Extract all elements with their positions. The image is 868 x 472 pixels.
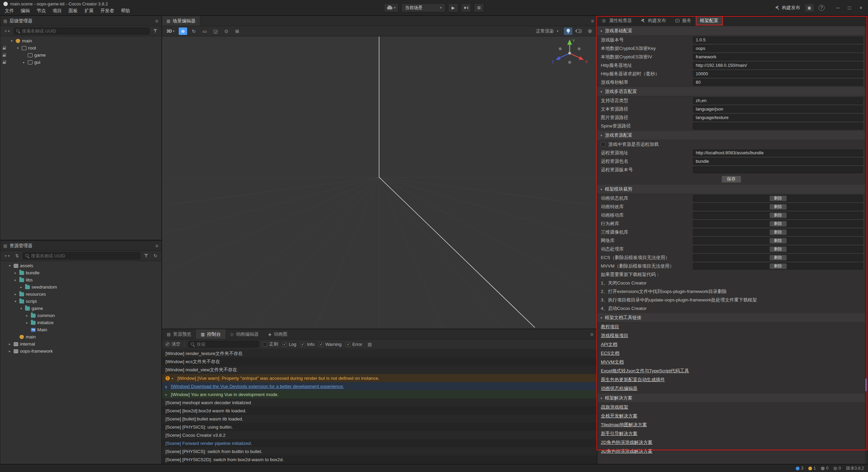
console-log-row[interactable]: ! ▸ [Window] ecs文件夹不存在 (162, 358, 597, 366)
property-input[interactable] (693, 106, 863, 113)
assets-filter-button[interactable] (142, 253, 150, 259)
section-header[interactable]: ▾ 游戏基础配置 (597, 26, 865, 36)
delete-module-button[interactable]: 删除 (770, 247, 787, 252)
console-tab[interactable]: 控制台 (196, 329, 225, 339)
expand-arrow-icon[interactable]: ▸ (7, 349, 12, 353)
menu-item[interactable]: 节点 (33, 7, 49, 15)
asset-row[interactable]: ▸ bundle (0, 269, 161, 276)
framework-link[interactable]: MVVM文档 (601, 358, 624, 367)
expand-arrow-icon[interactable]: ▸ (13, 271, 18, 275)
expand-arrow-icon[interactable]: ▸ (165, 393, 169, 396)
help-button[interactable]: ? (818, 5, 825, 11)
console-log-row[interactable]: ! ▸ [Scene] [bullet]:bullet wasm lib loa… (162, 415, 597, 423)
framework-link[interactable]: ECS文档 (601, 349, 619, 358)
asset-row[interactable]: ▸ libs (0, 276, 161, 283)
panel-menu-icon[interactable]: ≡ (591, 18, 594, 24)
delete-module-button[interactable]: 删除 (770, 196, 787, 201)
console-log-row[interactable]: ! ▸ [Scene] meshopt wasm decoder initial… (162, 398, 597, 407)
section-header[interactable]: ▾ 框架解决方案 (597, 394, 865, 403)
framework-link[interactable]: API文档 (601, 340, 617, 349)
hierarchy-filter-button[interactable] (152, 28, 159, 35)
section-header[interactable]: ▾ 游戏资源配置 (597, 131, 865, 140)
console-log-row[interactable]: ! ▸ [Scene] Cocos Creator v3.8.2 (162, 431, 597, 439)
console-filter-checkbox[interactable]: Info (301, 342, 315, 347)
delete-module-button[interactable]: 删除 (770, 221, 787, 227)
scene-viewport[interactable]: Y X Z (162, 37, 597, 329)
framework-link[interactable]: 原生包热更新配置自动生成插件 (601, 375, 665, 384)
console-filter-checkbox[interactable]: Error (346, 342, 362, 347)
scale-tool-button[interactable]: ◲ (211, 27, 220, 35)
expand-arrow-icon[interactable]: ▾ (13, 299, 18, 303)
console-tab[interactable]: 动画图 (263, 329, 292, 339)
create-asset-button[interactable]: +▾ (3, 253, 12, 259)
preview-platform-button[interactable]: ▾ (384, 3, 398, 12)
asset-row[interactable]: ▾ game (0, 305, 161, 312)
expand-arrow-icon[interactable]: ▸ (19, 285, 23, 289)
framework-link[interactable]: 全栈开发解决方案 (601, 412, 637, 420)
asset-row[interactable]: Main (0, 326, 161, 333)
asset-row[interactable]: ▸ initialize (0, 319, 161, 326)
pivot-toggle-button[interactable]: ⊙ (222, 27, 231, 35)
expand-arrow-icon[interactable]: ▸ (22, 60, 26, 64)
projection-3d-button[interactable]: 3D▾ (165, 27, 176, 35)
panel-menu-icon[interactable]: ≡ (155, 18, 158, 24)
hierarchy-node-row[interactable]: ▸ gui (0, 59, 161, 66)
delete-module-button[interactable]: 删除 (770, 255, 787, 260)
asset-row[interactable]: ▸ resources (0, 291, 161, 298)
property-input[interactable] (693, 97, 863, 104)
render-mode-select[interactable]: 正常渲染▾ (533, 27, 561, 35)
delete-module-button[interactable]: 删除 (770, 263, 787, 269)
asset-row[interactable]: ▸ common (0, 312, 161, 319)
snap-settings-button[interactable]: ⊞ (233, 27, 241, 35)
asset-row[interactable]: ▾ script (0, 298, 161, 305)
asset-row[interactable]: ▾ assets (0, 262, 161, 269)
error-count-badge[interactable]: 0 (821, 466, 828, 471)
console-log-row[interactable]: ! ▸ [Window] [Vue warn]: Property "onInp… (162, 374, 597, 382)
asset-row[interactable]: ▸ seedrandom (0, 283, 161, 291)
inspector-tab[interactable]: 服务 (671, 16, 696, 25)
menu-item[interactable]: 扩展 (81, 7, 97, 15)
console-log-row[interactable]: ! ▸ [Scene] Forward render pipeline init… (162, 439, 597, 447)
framework-link[interactable]: 战旗游戏框架 (601, 403, 628, 412)
console-tab[interactable]: 资源预览 (162, 329, 196, 339)
rect-tool-button[interactable]: ▭ (200, 27, 209, 35)
hierarchy-node-row[interactable]: ▾ root (0, 44, 161, 52)
console-tab[interactable]: 动画编辑器 (225, 329, 263, 339)
property-input[interactable] (693, 45, 863, 52)
console-log-row[interactable]: ! ▸ [Scene] [box2d]:box2d wasm lib loade… (162, 407, 597, 415)
tab-scene-editor[interactable]: ▦ 场景编辑器 (162, 16, 200, 26)
layout-button[interactable]: ⊞ (474, 3, 484, 12)
expand-arrow-icon[interactable]: ▸ (172, 376, 175, 380)
framework-link[interactable]: 2D角色扮演游戏解决方案 (601, 438, 652, 447)
clear-console-button[interactable]: 清空 (165, 341, 180, 347)
property-input[interactable] (693, 54, 863, 60)
inspector-tab[interactable]: 框架配置 (696, 16, 723, 25)
rotate-tool-button[interactable]: ↻ (190, 27, 198, 35)
inspector-tab[interactable]: 属性检查器 (597, 16, 636, 25)
lighting-toggle-button[interactable] (564, 27, 572, 35)
section-header[interactable]: ▾ 框架文档工具链接 (597, 313, 865, 322)
scrollbar-thumb[interactable] (865, 378, 867, 391)
panel-menu-icon[interactable]: ≡ (590, 331, 593, 337)
property-input[interactable] (693, 114, 863, 121)
console-log-row[interactable]: ! ▸ [Scene] [PHYSICS]: using builtin. (162, 423, 597, 431)
package-manager-button[interactable]: ▣ (804, 3, 814, 12)
save-button[interactable]: 保存 (722, 176, 741, 183)
menu-item[interactable]: 开发者 (97, 7, 118, 15)
log-count-badge[interactable]: 3 (796, 466, 803, 471)
menu-item[interactable]: 编辑 (17, 7, 33, 15)
console-log-row[interactable]: ! ▸ [Window] render_texture文件夹不存在 (162, 350, 597, 358)
console-filter-checkbox[interactable]: Log (282, 342, 296, 347)
property-input[interactable] (693, 79, 863, 86)
hierarchy-search-input[interactable] (14, 27, 150, 35)
expand-arrow-icon[interactable]: ▸ (13, 292, 18, 296)
property-input[interactable] (693, 150, 863, 156)
menu-item[interactable]: 项目 (49, 7, 65, 15)
step-button[interactable] (461, 3, 471, 12)
property-input[interactable] (693, 37, 863, 43)
close-button[interactable]: × (856, 3, 866, 12)
menu-item[interactable]: 帮助 (118, 7, 134, 15)
menu-item[interactable]: 面板 (65, 7, 81, 15)
build-publish-button[interactable]: 构建发布 (775, 5, 800, 11)
expand-arrow-icon[interactable]: ▸ (25, 314, 29, 317)
